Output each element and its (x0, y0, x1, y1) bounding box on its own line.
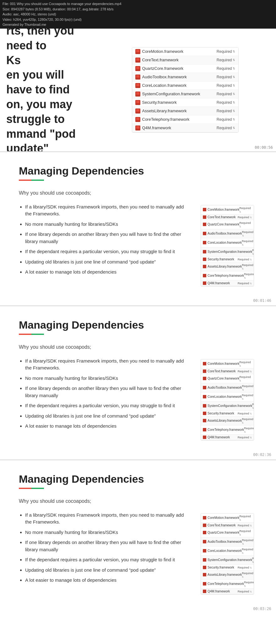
mini-sort-icon: ⇅ (252, 253, 254, 255)
mini-required-label: Required (242, 572, 253, 575)
mini-required-cell: Required ⇅ (238, 281, 252, 285)
mini-required-cell: Required ⇅ (242, 263, 253, 270)
framework-name: QuartzCore.framework (135, 66, 183, 71)
mini-framework-icon (203, 582, 206, 586)
mini-required-label: Required (238, 216, 249, 219)
video-info-line2: Size: 8943287 bytes (8.53 MiB), duration… (3, 7, 273, 12)
mini-required-cell: Required ⇅ (242, 547, 253, 554)
mini-framework-label: Security.framework (208, 412, 234, 415)
list-item: If the dependant requires a particular v… (25, 556, 191, 564)
mini-framework-row: CoreText.framework Required ⇅ (201, 369, 254, 374)
mini-framework-row: AssetsLibrary.framework Required ⇅ (201, 416, 254, 425)
framework-label: SystemConfiguration.framework (142, 92, 200, 96)
required-label: Required (217, 83, 232, 88)
list-item: If one library depends on another librar… (25, 539, 191, 553)
mini-sort-icon: ⇅ (239, 534, 241, 536)
mini-framework-label: AudioToolbox.framework (208, 540, 242, 543)
mini-required-cell: Required ⇅ (242, 417, 253, 424)
mini-sort-icon: ⇅ (242, 268, 244, 270)
slide-timestamp-2: 00:03:26 (253, 607, 271, 611)
framework-row: CoreLocation.framework Required ⇅ (132, 81, 238, 90)
partial-slide: rts, then you need to Ks en you will hav… (0, 29, 276, 151)
framework-row: CoreText.framework Required ⇅ (132, 56, 238, 64)
required-label: Required (217, 66, 232, 71)
mini-framework-name: SystemConfiguration.framework (203, 250, 252, 253)
mini-required-cell: Required ⇅ (239, 375, 252, 382)
mini-required-label: Required (242, 264, 253, 267)
framework-icon (135, 92, 140, 97)
mini-framework-label: CoreLocation.framework (208, 549, 242, 552)
mini-framework-icon (203, 250, 206, 253)
mini-required-label: Required (238, 590, 249, 593)
list-item: A lot easier to manage lots of dependenc… (25, 269, 191, 276)
framework-icon (135, 75, 140, 80)
bullet-list: If a library/SDK requires Framework impo… (19, 358, 191, 430)
slide-content: If a library/SDK requires Framework impo… (19, 203, 257, 286)
mini-sort-icon: ⇅ (244, 431, 246, 433)
video-info-line4: Video: h264, yuv420p, 1280x720, 30.00 fp… (3, 17, 273, 22)
mini-sort-icon: ⇅ (239, 211, 241, 213)
sort-arrows-icon: ⇅ (233, 92, 235, 96)
mini-framework-label: QuartzCore.framework (208, 377, 239, 380)
mini-framework-name: Q4M.framework (203, 590, 230, 593)
list-item: If a library/SDK requires Framework impo… (25, 358, 191, 372)
slide-list: If a library/SDK requires Framework impo… (19, 512, 191, 595)
mini-required-cell: Required ⇅ (242, 538, 254, 545)
slide-content: If a library/SDK requires Framework impo… (19, 358, 257, 441)
mini-sort-icon: ⇅ (239, 225, 241, 228)
mini-required-label: Required (244, 273, 254, 276)
required-label: Required (217, 75, 232, 79)
framework-label: Security.framework (142, 100, 177, 105)
slide-title: Managing Dependencies (19, 473, 257, 485)
mini-framework-icon (203, 590, 206, 593)
framework-label: QuartzCore.framework (142, 66, 183, 71)
mini-required-label: Required (244, 427, 254, 430)
mini-framework-row: CoreMotion.framework Required ⇅ (201, 205, 254, 214)
mini-sort-icon: ⇅ (242, 576, 244, 578)
framework-name: CoreLocation.framework (135, 83, 187, 88)
framework-required: Required ⇅ (217, 109, 235, 113)
mini-framework-row: Security.framework Required ⇅ (201, 565, 254, 570)
mini-framework-name: CoreText.framework (203, 524, 235, 527)
mini-required-label: Required (239, 221, 251, 225)
mini-framework-name: CoreMotion.framework (203, 516, 239, 519)
mini-framework-name: QuartzCore.framework (203, 377, 239, 380)
mini-framework-name: Security.framework (203, 412, 234, 415)
slide-timestamp-1: 00:02:36 (253, 452, 271, 457)
mini-framework-icon (203, 404, 206, 408)
mini-sort-icon: ⇅ (250, 591, 252, 593)
list-item: If a library/SDK requires Framework impo… (25, 203, 191, 218)
mini-required-label: Required (239, 515, 251, 518)
partial-text-5: mmand "pod update" (6, 127, 88, 151)
mini-framework-name: Security.framework (203, 258, 234, 261)
mini-required-label: Required (238, 524, 249, 527)
mini-framework-label: CoreLocation.framework (208, 241, 242, 244)
framework-icon (135, 66, 140, 71)
partial-left-text-block: rts, then you need to Ks en you will hav… (0, 29, 94, 151)
mini-framework-row: CoreText.framework Required ⇅ (201, 214, 254, 220)
mini-framework-name: AssetsLibrary.framework (203, 419, 242, 422)
mini-sort-icon: ⇅ (242, 235, 244, 237)
mini-framework-label: AssetsLibrary.framework (208, 265, 242, 268)
mini-sort-icon: ⇅ (239, 365, 241, 367)
slide-list: If a library/SDK requires Framework impo… (19, 203, 191, 286)
mini-framework-label: AudioToolbox.framework (208, 386, 242, 389)
mini-framework-icon (203, 531, 206, 534)
mini-sort-icon: ⇅ (244, 585, 246, 587)
bullet-list: If a library/SDK requires Framework impo… (19, 203, 191, 276)
video-info-bar: File: 001 Why you should use Cocoapods t… (0, 0, 276, 29)
slide-title: Managing Dependencies (19, 319, 257, 331)
mini-required-cell: Required ⇅ (242, 230, 254, 237)
mini-required-cell: Required ⇅ (244, 580, 254, 587)
mini-framework-icon (203, 274, 206, 277)
mini-sort-icon: ⇅ (242, 422, 244, 424)
framework-required: Required ⇅ (217, 83, 235, 88)
mini-required-cell: Required ⇅ (239, 221, 252, 228)
framework-icon (135, 125, 140, 130)
timestamp-0: 00:00:56 (255, 145, 273, 150)
mini-framework-label: CoreText.framework (208, 369, 235, 373)
slide-title-underline (19, 488, 44, 489)
mini-sort-icon: ⇅ (250, 413, 252, 415)
mini-framework-row: AudioToolbox.framework Required ⇅ (201, 229, 254, 238)
framework-required: Required ⇅ (217, 58, 235, 62)
